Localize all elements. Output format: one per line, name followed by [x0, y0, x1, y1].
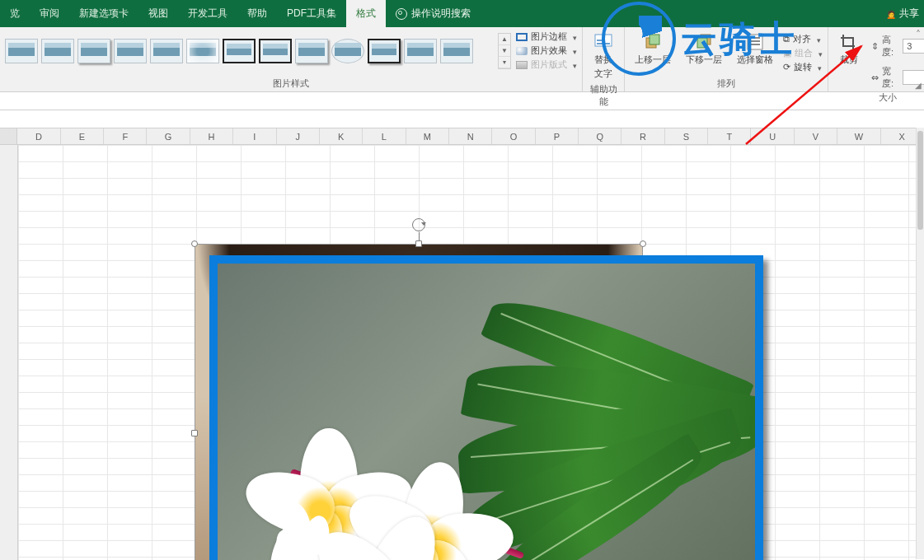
- column-header[interactable]: P: [536, 128, 579, 144]
- style-thumb-13[interactable]: [440, 39, 473, 63]
- alt-text-label-1: 替换: [594, 54, 612, 66]
- column-header[interactable]: K: [320, 128, 363, 144]
- bring-forward-icon: [642, 32, 664, 52]
- selection-pane-icon: [744, 32, 766, 52]
- dropdown-icon: [814, 35, 821, 44]
- column-header[interactable]: J: [277, 128, 320, 144]
- style-thumb-7[interactable]: [223, 39, 256, 63]
- tab-format[interactable]: 格式: [346, 0, 386, 27]
- tab-view[interactable]: 视图: [138, 0, 178, 27]
- column-header[interactable]: G: [147, 128, 190, 144]
- svg-rect-10: [750, 44, 760, 45]
- dropdown-icon: [570, 46, 577, 56]
- group-size: 裁剪 ⇕ 高度: 3 ▲▼ ⇔ 宽度: ▲▼: [828, 27, 924, 91]
- resize-handle[interactable]: [209, 255, 213, 259]
- tab-help[interactable]: 帮助: [237, 0, 277, 27]
- gallery-up-icon[interactable]: ▲: [499, 34, 510, 45]
- column-header[interactable]: T: [708, 128, 751, 144]
- style-thumb-2[interactable]: [41, 39, 74, 63]
- picture-style-gallery[interactable]: [5, 39, 496, 63]
- tab-new-option[interactable]: 新建选项卡: [69, 0, 138, 27]
- column-header[interactable]: E: [61, 128, 104, 144]
- row-headers[interactable]: [0, 145, 18, 560]
- resize-handle[interactable]: [760, 255, 763, 259]
- tab-review[interactable]: 审阅: [30, 0, 69, 27]
- style-thumb-11[interactable]: [368, 39, 401, 63]
- worksheet-grid[interactable]: [0, 145, 924, 560]
- svg-rect-8: [750, 37, 760, 39]
- send-backward-icon: [693, 32, 715, 52]
- lightbulb-icon: [396, 8, 407, 20]
- column-header[interactable]: U: [751, 128, 794, 144]
- style-thumb-12[interactable]: [404, 39, 437, 63]
- picture-effects-button[interactable]: 图片效果: [516, 44, 577, 57]
- ribbon-collapse-icon[interactable]: ˄: [916, 29, 921, 40]
- rotate-button[interactable]: ⟳ 旋转: [783, 61, 823, 73]
- column-header[interactable]: F: [104, 128, 147, 144]
- column-header[interactable]: R: [621, 128, 664, 144]
- gallery-down-icon[interactable]: ▼: [499, 45, 510, 57]
- column-header[interactable]: H: [190, 128, 233, 144]
- width-label: 宽度:: [882, 65, 899, 90]
- name-box-bar[interactable]: [0, 92, 924, 110]
- resize-handle[interactable]: [640, 240, 646, 247]
- resize-handle[interactable]: [209, 432, 213, 438]
- style-thumb-8[interactable]: [259, 39, 292, 63]
- column-header[interactable]: O: [492, 128, 535, 144]
- tab-pdf-tools[interactable]: PDF工具集: [277, 0, 346, 27]
- selection-pane-button[interactable]: 选择窗格: [732, 30, 778, 68]
- column-header[interactable]: S: [665, 128, 708, 144]
- svg-rect-1: [597, 43, 610, 44]
- column-header[interactable]: N: [449, 128, 492, 144]
- column-header[interactable]: M: [406, 128, 449, 144]
- bring-forward-button[interactable]: 上移一层: [630, 30, 676, 68]
- height-value: 3: [907, 41, 912, 51]
- align-label: 对齐: [793, 33, 811, 45]
- group-objects-label: 组合: [795, 47, 813, 59]
- picture-object-front[interactable]: [209, 255, 763, 560]
- tell-me-search[interactable]: 操作说明搜索: [386, 0, 481, 27]
- column-header[interactable]: V: [795, 128, 837, 144]
- select-all-corner[interactable]: [0, 128, 17, 144]
- column-header[interactable]: I: [233, 128, 276, 144]
- style-thumb-4[interactable]: [114, 39, 147, 63]
- svg-rect-9: [750, 40, 760, 42]
- picture-border-button[interactable]: 图片边框: [516, 30, 577, 43]
- align-button[interactable]: ⧉ 对齐: [783, 33, 823, 45]
- tab-view-prev[interactable]: 览: [0, 0, 30, 27]
- scrollbar-thumb[interactable]: [917, 131, 923, 230]
- resize-handle[interactable]: [415, 240, 422, 247]
- person-icon: [886, 8, 896, 20]
- gallery-more-icon[interactable]: ▾: [499, 57, 510, 68]
- vertical-scrollbar[interactable]: [916, 128, 924, 559]
- style-thumb-5[interactable]: [150, 39, 183, 63]
- column-header[interactable]: L: [363, 128, 406, 144]
- alt-text-icon: [593, 32, 614, 52]
- effects-icon: [516, 47, 528, 55]
- height-input[interactable]: 3 ▲▼: [903, 39, 924, 54]
- style-thumb-3[interactable]: [77, 39, 110, 63]
- rotate-icon: ⟳: [783, 62, 790, 72]
- style-thumb-1[interactable]: [5, 39, 38, 63]
- style-thumb-9[interactable]: [295, 39, 328, 63]
- gallery-scroll[interactable]: ▲ ▼ ▾: [498, 33, 511, 69]
- dialog-launcher-icon[interactable]: ◢: [915, 81, 922, 90]
- share-button[interactable]: 共享: [886, 0, 919, 27]
- layout-icon: [516, 61, 528, 69]
- formula-bar[interactable]: [0, 110, 924, 128]
- resize-handle[interactable]: [191, 430, 198, 436]
- column-header[interactable]: D: [17, 128, 60, 144]
- column-header[interactable]: W: [837, 128, 880, 144]
- alt-text-button[interactable]: 替换 文字: [588, 30, 619, 82]
- style-thumb-10[interactable]: [331, 39, 364, 63]
- crop-button[interactable]: 裁剪: [833, 30, 865, 68]
- rotate-handle[interactable]: [412, 218, 425, 231]
- resize-handle[interactable]: [483, 255, 490, 259]
- dropdown-icon: [570, 60, 577, 70]
- style-thumb-6[interactable]: [186, 39, 219, 63]
- resize-handle[interactable]: [191, 240, 198, 247]
- resize-handle[interactable]: [760, 432, 763, 438]
- column-header[interactable]: Q: [579, 128, 621, 144]
- send-backward-button[interactable]: 下移一层: [681, 30, 727, 68]
- tab-developer[interactable]: 开发工具: [178, 0, 237, 27]
